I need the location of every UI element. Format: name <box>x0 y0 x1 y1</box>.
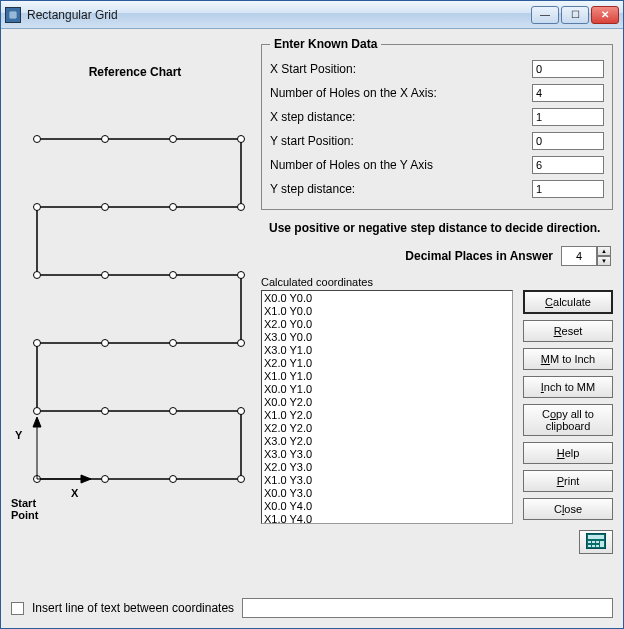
close-window-button[interactable]: ✕ <box>591 6 619 24</box>
svg-point-19 <box>170 408 177 415</box>
holes-y-input[interactable] <box>532 156 604 174</box>
app-window: Rectangular Grid ― ☐ ✕ Reference Chart <box>0 0 624 629</box>
coordinate-row[interactable]: X2.0 Y0.0 <box>264 318 510 331</box>
svg-rect-33 <box>596 541 599 543</box>
svg-point-18 <box>102 408 109 415</box>
spinner-down-button[interactable]: ▼ <box>597 256 611 266</box>
svg-point-3 <box>170 136 177 143</box>
svg-point-16 <box>238 340 245 347</box>
svg-point-13 <box>34 340 41 347</box>
svg-point-10 <box>102 272 109 279</box>
svg-point-14 <box>102 340 109 347</box>
coordinate-row[interactable]: X1.0 Y3.0 <box>264 474 510 487</box>
x-step-input[interactable] <box>532 108 604 126</box>
axis-y-label: Y <box>15 429 22 441</box>
svg-point-7 <box>170 204 177 211</box>
close-button[interactable]: Close <box>523 498 613 520</box>
svg-point-5 <box>34 204 41 211</box>
coordinate-row[interactable]: X3.0 Y3.0 <box>264 448 510 461</box>
y-step-label: Y step distance: <box>270 182 532 196</box>
help-button[interactable]: Help <box>523 442 613 464</box>
x-start-input[interactable] <box>532 60 604 78</box>
decimal-places-label: Decimal Places in Answer <box>405 249 553 263</box>
svg-point-11 <box>170 272 177 279</box>
coordinate-row[interactable]: X3.0 Y0.0 <box>264 331 510 344</box>
calculator-icon <box>586 533 606 551</box>
svg-point-15 <box>170 340 177 347</box>
reference-chart-title: Reference Chart <box>11 37 259 89</box>
maximize-button[interactable]: ☐ <box>561 6 589 24</box>
y-step-input[interactable] <box>532 180 604 198</box>
calculate-button[interactable]: Calculate <box>523 290 613 314</box>
app-icon <box>5 7 21 23</box>
x-start-label: X Start Position: <box>270 62 532 76</box>
svg-rect-36 <box>592 545 595 547</box>
calculator-icon-button[interactable] <box>579 530 613 554</box>
spinner-up-button[interactable]: ▲ <box>597 246 611 256</box>
svg-rect-30 <box>588 535 604 539</box>
coordinate-row[interactable]: X3.0 Y1.0 <box>264 344 510 357</box>
insert-line-checkbox[interactable] <box>11 602 24 615</box>
svg-rect-35 <box>588 545 591 547</box>
coordinate-row[interactable]: X2.0 Y1.0 <box>264 357 510 370</box>
axis-x-label: X <box>71 487 78 499</box>
titlebar: Rectangular Grid ― ☐ ✕ <box>1 1 623 29</box>
coordinate-row[interactable]: X3.0 Y2.0 <box>264 435 510 448</box>
svg-point-4 <box>238 136 245 143</box>
coordinate-row[interactable]: X0.0 Y1.0 <box>264 383 510 396</box>
reference-chart-svg <box>11 89 259 489</box>
coordinate-row[interactable]: X1.0 Y1.0 <box>264 370 510 383</box>
svg-rect-32 <box>592 541 595 543</box>
coordinate-row[interactable]: X0.0 Y3.0 <box>264 487 510 500</box>
holes-x-label: Number of Holes on the X Axis: <box>270 86 532 100</box>
content-area: Reference Chart <box>1 29 623 628</box>
svg-marker-26 <box>33 417 41 427</box>
coordinate-row[interactable]: X1.0 Y4.0 <box>264 513 510 523</box>
coordinates-listbox[interactable]: X0.0 Y0.0X1.0 Y0.0X2.0 Y0.0X3.0 Y0.0X3.0… <box>261 290 513 524</box>
holes-x-input[interactable] <box>532 84 604 102</box>
svg-rect-31 <box>588 541 591 543</box>
svg-point-8 <box>238 204 245 211</box>
svg-point-20 <box>238 408 245 415</box>
coordinate-row[interactable]: X2.0 Y2.0 <box>264 422 510 435</box>
svg-point-22 <box>102 476 109 483</box>
direction-hint: Use positive or negative step distance t… <box>261 210 613 240</box>
svg-point-23 <box>170 476 177 483</box>
coordinates-label: Calculated coordinates <box>261 276 513 288</box>
decimal-places-input[interactable] <box>561 246 597 266</box>
svg-point-24 <box>238 476 245 483</box>
coordinate-row[interactable]: X0.0 Y4.0 <box>264 500 510 513</box>
coordinate-row[interactable]: X0.0 Y0.0 <box>264 292 510 305</box>
svg-point-6 <box>102 204 109 211</box>
known-data-panel: Enter Known Data X Start Position: Numbe… <box>261 37 613 210</box>
svg-point-17 <box>34 408 41 415</box>
start-point-label: Start Point <box>11 497 39 521</box>
svg-point-1 <box>34 136 41 143</box>
svg-point-9 <box>34 272 41 279</box>
decimal-places-spinner[interactable]: ▲ ▼ <box>561 246 611 266</box>
known-data-legend: Enter Known Data <box>270 37 381 51</box>
coordinate-row[interactable]: X0.0 Y2.0 <box>264 396 510 409</box>
insert-line-label: Insert line of text between coordinates <box>32 601 234 615</box>
print-button[interactable]: Print <box>523 470 613 492</box>
coordinate-row[interactable]: X1.0 Y0.0 <box>264 305 510 318</box>
svg-marker-28 <box>81 475 91 483</box>
svg-rect-34 <box>600 541 604 547</box>
minimize-button[interactable]: ― <box>531 6 559 24</box>
insert-line-input[interactable] <box>242 598 613 618</box>
inch-to-mm-button[interactable]: Inch to MM <box>523 376 613 398</box>
mm-to-inch-button[interactable]: MM to Inch <box>523 348 613 370</box>
y-start-input[interactable] <box>532 132 604 150</box>
copy-all-button[interactable]: Copy all toclipboard <box>523 404 613 436</box>
coordinate-row[interactable]: X2.0 Y3.0 <box>264 461 510 474</box>
x-step-label: X step distance: <box>270 110 532 124</box>
coordinate-row[interactable]: X1.0 Y2.0 <box>264 409 510 422</box>
holes-y-label: Number of Holes on the Y Axis <box>270 158 532 172</box>
y-start-label: Y start Position: <box>270 134 532 148</box>
svg-point-12 <box>238 272 245 279</box>
reset-button[interactable]: Reset <box>523 320 613 342</box>
window-title: Rectangular Grid <box>27 8 118 22</box>
svg-point-2 <box>102 136 109 143</box>
svg-rect-37 <box>596 545 599 547</box>
